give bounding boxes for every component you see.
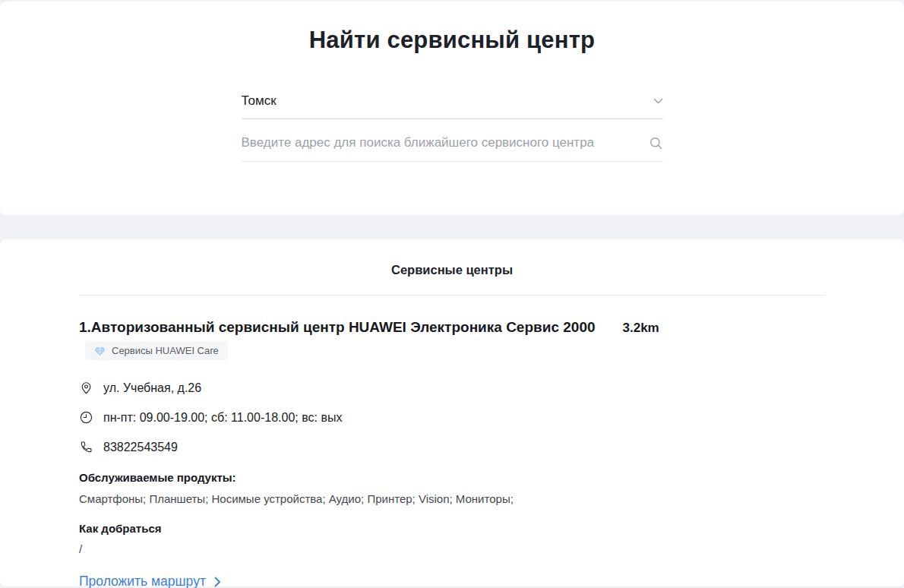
service-center-item: 1.Авторизованный сервисный центр HUAWEI … [79, 319, 825, 588]
directions-value: / [79, 542, 825, 555]
phone-text: 83822543549 [103, 441, 178, 454]
hours-text: пн-пт: 09.00-19.00; сб: 11.00-18.00; вс:… [103, 411, 342, 425]
center-name: 1.Авторизованный сервисный центр HUAWEI … [79, 319, 596, 336]
results-divider [79, 295, 825, 296]
route-link-label[interactable]: Проложить маршрут [79, 574, 206, 588]
phone-row: 83822543549 [79, 440, 825, 454]
address-search-row [242, 135, 663, 162]
results-header: Сервисные центры [79, 239, 825, 277]
service-centers-card: Сервисные центры 1.Авторизованный сервис… [0, 239, 904, 586]
route-link[interactable]: Проложить маршрут [79, 574, 221, 588]
address-text: ул. Учебная, д.26 [103, 381, 201, 395]
city-select[interactable]: Томск [242, 93, 663, 119]
products-label: Обслуживаемые продукты: [79, 471, 825, 484]
badge-label: Сервисы HUAWEI Care [112, 345, 219, 356]
map-pin-icon [79, 381, 93, 395]
center-distance: 3.2km [623, 321, 659, 336]
phone-icon [79, 440, 93, 454]
products-list: Смартфоны; Планшеты; Носимые устройства;… [79, 492, 825, 505]
hours-row: пн-пт: 09.00-19.00; сб: 11.00-18.00; вс:… [79, 410, 825, 425]
chevron-right-icon[interactable] [214, 577, 221, 587]
clock-icon [79, 410, 93, 425]
finder-form: Томск [242, 93, 663, 162]
huawei-care-badge: Сервисы HUAWEI Care [85, 341, 228, 360]
address-row: ул. Учебная, д.26 [79, 381, 825, 395]
page-title: Найти сервисный центр [0, 2, 904, 54]
center-title-row: 1.Авторизованный сервисный центр HUAWEI … [79, 319, 825, 336]
directions-label: Как добраться [79, 522, 825, 535]
city-select-value[interactable]: Томск [242, 93, 277, 109]
chevron-down-icon[interactable] [653, 98, 663, 105]
search-icon[interactable] [649, 136, 663, 150]
address-search-input[interactable] [242, 135, 649, 150]
heart-icon [94, 346, 106, 356]
service-center-finder-card: Найти сервисный центр Томск [0, 2, 904, 215]
